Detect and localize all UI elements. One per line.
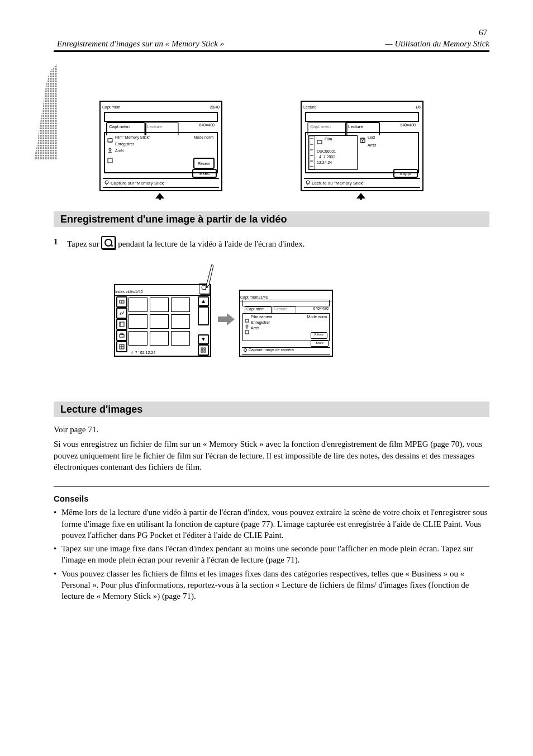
svg-rect-17 bbox=[317, 140, 322, 144]
row-stop-label: Arrêt bbox=[115, 149, 123, 153]
running-header-left: Enregistrement d'images sur un « Memory … bbox=[57, 39, 224, 49]
film-icon bbox=[107, 135, 113, 145]
header-rule bbox=[54, 50, 489, 52]
res-title: Capt mém bbox=[240, 295, 258, 299]
svg-rect-10 bbox=[309, 136, 315, 169]
res-row-rec: Enregistrer bbox=[251, 320, 270, 324]
row-rec-label: Enregistrer bbox=[115, 142, 134, 146]
res-reserve-btn[interactable]: Réserv bbox=[311, 332, 327, 339]
caption-left bbox=[99, 193, 220, 202]
svg-rect-7 bbox=[108, 158, 112, 163]
step-text-after: pendant la lecture de la vidéo à l'aide … bbox=[118, 239, 304, 248]
stylus-icon bbox=[203, 263, 215, 293]
side-btn-5[interactable] bbox=[116, 341, 127, 352]
bulb-icon bbox=[104, 180, 110, 186]
stop-label2: Arrêt bbox=[368, 143, 376, 147]
thumb-8[interactable] bbox=[150, 331, 169, 346]
scroll-track[interactable] bbox=[198, 306, 209, 325]
lcd-resolution: 640×480 bbox=[199, 123, 215, 127]
thumb-3[interactable] bbox=[171, 297, 190, 312]
svg-point-4 bbox=[109, 148, 111, 150]
btn-reserve[interactable]: Réserv bbox=[193, 158, 215, 169]
res-exec-btn[interactable]: Exéc bbox=[311, 340, 329, 347]
svg-point-25 bbox=[121, 301, 122, 303]
thumb-2[interactable] bbox=[150, 297, 169, 312]
lcd2-hint-strip: Lecture du "Memory Stick" bbox=[304, 178, 420, 188]
side-tab-graphic bbox=[35, 64, 57, 154]
svg-rect-35 bbox=[201, 351, 203, 352]
btn-delete[interactable]: Suppr bbox=[393, 169, 418, 178]
running-header-right: — Utilisation du Memory Stick bbox=[385, 39, 489, 49]
file-time: 12:24:24 bbox=[317, 160, 332, 164]
bulb-icon2 bbox=[305, 180, 311, 186]
svg-rect-36 bbox=[204, 351, 206, 352]
thumb-4[interactable] bbox=[129, 314, 147, 329]
idx-title: Index vidéo bbox=[115, 290, 135, 294]
svg-rect-1 bbox=[108, 139, 112, 142]
capture-result-screen: Capt mém21/40 Capt mém Lecture 640×480 F… bbox=[239, 290, 333, 357]
film-label: Film bbox=[325, 137, 332, 141]
play-label: Lect bbox=[368, 135, 375, 139]
svg-point-22 bbox=[306, 181, 310, 184]
tips-heading: Conseils bbox=[54, 493, 489, 504]
svg-point-43 bbox=[244, 349, 247, 352]
lcd2-title: Lecture bbox=[303, 105, 316, 109]
lcd-hint-text: Capture sur "Memory Stick" bbox=[111, 181, 165, 186]
grid-toggle-icon[interactable] bbox=[198, 344, 209, 356]
svg-point-8 bbox=[105, 181, 108, 184]
svg-rect-29 bbox=[121, 333, 123, 334]
thumb-1[interactable] bbox=[129, 297, 147, 312]
svg-rect-21 bbox=[360, 138, 365, 143]
side-btn-3[interactable] bbox=[116, 319, 127, 330]
btn-exec[interactable]: Exéc bbox=[192, 169, 217, 178]
thumb-5[interactable] bbox=[150, 314, 169, 329]
up-arrow-icon bbox=[154, 193, 165, 200]
stop-icon bbox=[107, 155, 113, 166]
film-icon2 bbox=[317, 137, 322, 143]
thumb-9[interactable] bbox=[171, 331, 190, 346]
thumb-6[interactable] bbox=[171, 314, 190, 329]
res-mode: Mode norm bbox=[307, 315, 327, 319]
play-body-2: Si vous enregistrez un fichier de film s… bbox=[54, 438, 489, 472]
svg-rect-33 bbox=[201, 348, 203, 349]
res-row-stop: Arrêt bbox=[251, 326, 259, 330]
stop-icon3 bbox=[245, 327, 249, 337]
res-row-film: Film caméra bbox=[251, 315, 273, 319]
res-main: Film caméra Enregistrer Arrêt Mode norm … bbox=[242, 313, 330, 341]
lcd-capture-screen: Capt mém20/40 Capt mém Lecture 640×480 F… bbox=[99, 101, 222, 191]
mic-icon bbox=[107, 145, 113, 155]
lcd2-resolution: 640×480 bbox=[401, 123, 416, 127]
side-btn-4[interactable] bbox=[116, 330, 127, 341]
res-topbar bbox=[242, 300, 330, 306]
res-hint: Capture image de caméra bbox=[242, 347, 330, 355]
lcd2-hint-text: Lecture du "Memory Stick" bbox=[312, 181, 364, 186]
side-btn-1[interactable] bbox=[116, 296, 127, 308]
tip-1: •Même lors de la lecture d'une vidéo à p… bbox=[54, 507, 489, 541]
scroll-up[interactable] bbox=[198, 296, 209, 306]
tip-2: •Tapez sur une image fixe dans l'écran d… bbox=[54, 543, 489, 566]
svg-rect-34 bbox=[204, 348, 206, 349]
lcd-main-panel: 640×480 Film "Memory Stick" Enregistrer … bbox=[104, 132, 218, 173]
divider-rule bbox=[54, 486, 489, 487]
transition-arrow-icon bbox=[218, 313, 235, 328]
lcd-hint-strip: Capture sur "Memory Stick" bbox=[103, 178, 219, 188]
mode-label: Mode norm bbox=[194, 135, 213, 139]
play-body-1: Voir page 71. bbox=[54, 424, 489, 435]
thumb-7[interactable] bbox=[129, 331, 147, 346]
res-counter: 21/40 bbox=[258, 295, 268, 299]
lcd2-counter: 1/6 bbox=[415, 105, 421, 109]
play-controls: Lect Arrêt bbox=[360, 135, 416, 169]
tip-3: •Vous pouvez classer les fichiers de fil… bbox=[54, 568, 489, 602]
up-arrow-icon2 bbox=[355, 193, 367, 200]
idx-counter: 1/40 bbox=[135, 290, 143, 294]
section-heading-record: Enregistrement d'une image à partir de l… bbox=[54, 211, 489, 227]
section-heading-play: Lecture d'images bbox=[54, 401, 489, 417]
lcd2-search-bar bbox=[305, 112, 419, 122]
index-video-screen: Index vidéo1/40 4 7 ' 02 12:24 bbox=[114, 284, 211, 357]
side-btn-2[interactable] bbox=[116, 308, 127, 319]
row-film-label: Film "Memory Stick" bbox=[115, 135, 150, 139]
svg-rect-26 bbox=[120, 322, 124, 327]
lcd-search-bar bbox=[104, 112, 218, 122]
step-1: 1 Tapez sur pendant la lecture de la vid… bbox=[54, 236, 489, 249]
scroll-down[interactable] bbox=[198, 334, 209, 344]
